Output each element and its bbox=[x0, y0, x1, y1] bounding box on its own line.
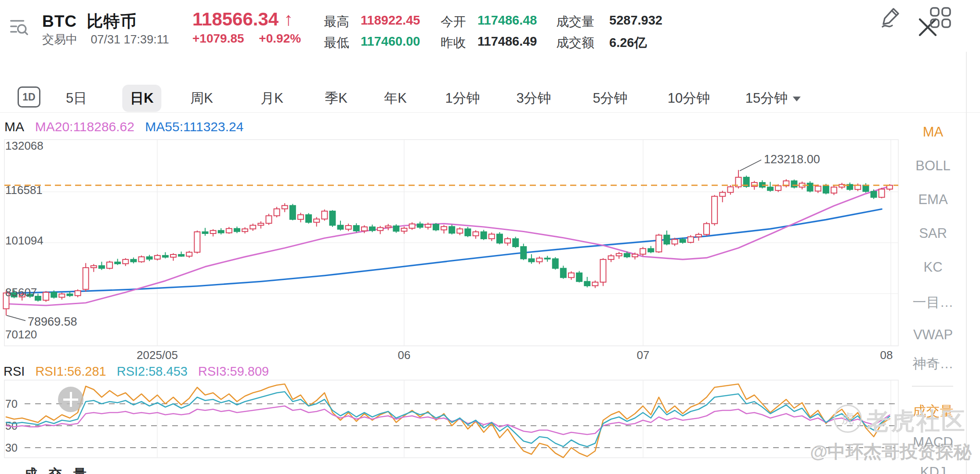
candlestick-chart[interactable]: 123218.0078969.5813206811658110109485607… bbox=[0, 0, 980, 474]
svg-text:08: 08 bbox=[880, 348, 893, 362]
svg-text:78969.58: 78969.58 bbox=[28, 315, 77, 328]
watermark-brand: 老虎社区 bbox=[866, 406, 966, 438]
svg-text:06: 06 bbox=[398, 348, 411, 362]
svg-text:116581: 116581 bbox=[5, 183, 43, 197]
svg-text:30: 30 bbox=[5, 442, 18, 454]
svg-text:2025/05: 2025/05 bbox=[137, 348, 178, 362]
stock-detail-window: BTC 比特币 交易中 07/31 17:39:11 118566.34 ↑ +… bbox=[0, 0, 980, 474]
svg-text:123218.00: 123218.00 bbox=[764, 153, 820, 166]
plus-button[interactable] bbox=[58, 387, 83, 412]
svg-text:132068: 132068 bbox=[5, 139, 43, 152]
svg-text:70: 70 bbox=[5, 398, 18, 410]
svg-text:85607: 85607 bbox=[5, 286, 37, 299]
svg-text:07: 07 bbox=[637, 348, 650, 362]
svg-text:70120: 70120 bbox=[5, 328, 37, 341]
svg-text:101094: 101094 bbox=[5, 234, 43, 247]
watermark-handle: @中环杰哥投资探秘 bbox=[810, 440, 972, 464]
tiger-logo-icon: 虎 bbox=[834, 405, 862, 433]
